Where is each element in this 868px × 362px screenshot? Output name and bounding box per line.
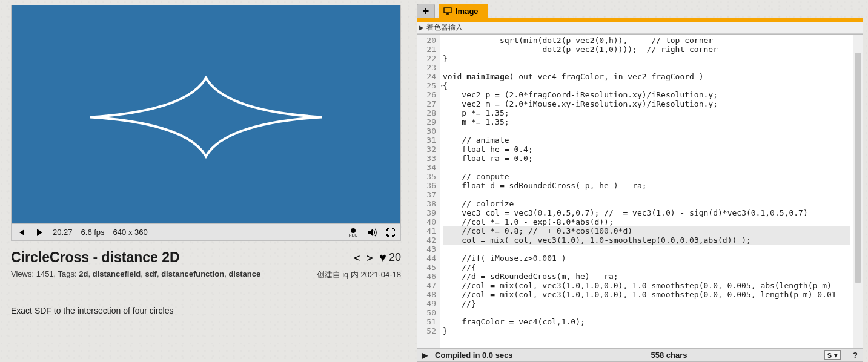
views-label: Views: — [11, 269, 34, 278]
line-gutter: 2021222324252627282930313233343536373839… — [417, 35, 440, 348]
help-button[interactable]: ? — [853, 350, 858, 360]
add-tab-button[interactable]: + — [417, 4, 435, 18]
char-count: 558 chars — [651, 350, 687, 360]
author-link[interactable]: iq — [342, 270, 348, 279]
tags-label: Tags: — [58, 269, 77, 278]
author-sep: 内 — [351, 270, 359, 279]
shader-input-toggle[interactable]: ▶ 着色器输入 — [417, 22, 863, 34]
shader-viewport[interactable] — [11, 5, 401, 224]
meta-left: Views: 1451, Tags: 2d, distancefield, sd… — [11, 269, 317, 280]
fps-display: 6.6 fps — [81, 228, 105, 237]
code-area[interactable]: sqrt(min(dot2(p-vec2(0,h)), // top corne… — [440, 35, 853, 348]
meta-row: Views: 1451, Tags: 2d, distancefield, sd… — [11, 269, 401, 280]
time-display: 20.27 — [53, 228, 73, 237]
left-pane: 20.27 6.6 fps 640 x 360 REC CircleCross … — [0, 0, 412, 362]
shader-output-shape — [12, 5, 400, 224]
shader-input-label: 着色器输入 — [426, 22, 463, 33]
creation-date: 2021-04-18 — [361, 270, 402, 279]
svg-rect-1 — [444, 8, 451, 13]
title-row: CircleCross - distance 2D < > ♥ 20 — [11, 249, 401, 266]
fullscreen-button[interactable] — [386, 228, 396, 237]
scrollbar-thumb[interactable] — [855, 53, 861, 283]
like-count: 20 — [389, 251, 401, 264]
tab-image[interactable]: Image — [439, 4, 488, 18]
play-button[interactable] — [35, 228, 44, 237]
views-count: 1451 — [36, 269, 54, 278]
size-select[interactable]: S ▾ — [824, 350, 841, 360]
chevron-down-icon: ▾ — [834, 351, 838, 359]
meta-right: 创建自 iq 内 2021-04-18 — [317, 269, 402, 280]
editor-status-bar: ▶ Compiled in 0.0 secs 558 chars S ▾ ? — [417, 349, 863, 362]
tags-list: 2d, distancefield, sdf, distancefunction… — [79, 269, 260, 278]
monitor-icon — [443, 7, 452, 15]
rewind-button[interactable] — [16, 228, 26, 237]
editor-scrollbar[interactable] — [853, 35, 863, 348]
editor-tabs: + Image — [417, 2, 863, 19]
chevron-right-icon: ▶ — [419, 24, 424, 31]
size-select-value: S — [827, 352, 832, 359]
resolution-display: 640 x 360 — [113, 228, 148, 237]
like-icon[interactable]: ♥ — [379, 251, 386, 265]
code-editor[interactable]: 2021222324252627282930313233343536373839… — [417, 34, 863, 349]
volume-button[interactable] — [368, 228, 377, 237]
author-prefix: 创建自 — [317, 270, 340, 279]
compile-status: Compiled in 0.0 secs — [435, 350, 513, 360]
chevron-right-icon[interactable]: ▶ — [422, 351, 428, 360]
svg-point-0 — [351, 228, 356, 233]
tab-label: Image — [456, 7, 479, 16]
embed-button[interactable]: < > — [354, 251, 374, 264]
record-label: REC — [349, 233, 358, 237]
right-pane: + Image ▶ 着色器输入 202122232425262728293031… — [412, 0, 868, 362]
shader-title: CircleCross - distance 2D — [11, 249, 354, 266]
record-button[interactable]: REC — [347, 228, 359, 237]
shader-description: Exact SDF to the intersection of four ci… — [11, 306, 401, 315]
playback-controls: 20.27 6.6 fps 640 x 360 REC — [11, 224, 401, 241]
